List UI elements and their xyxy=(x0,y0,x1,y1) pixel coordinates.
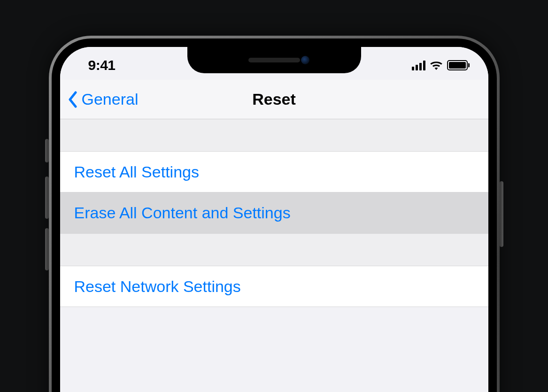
row-label: Erase All Content and Settings xyxy=(74,204,291,222)
speaker-grille xyxy=(248,58,300,62)
volume-down-button xyxy=(45,228,49,270)
group-spacer xyxy=(60,234,488,266)
phone-frame-inner: 9:41 xyxy=(52,38,497,392)
back-label: General xyxy=(82,90,139,108)
mute-switch xyxy=(45,139,49,162)
front-camera xyxy=(301,56,309,64)
reset-network-settings-row[interactable]: Reset Network Settings xyxy=(60,266,488,307)
group-spacer xyxy=(60,119,488,151)
settings-group-0: Reset All Settings Erase All Content and… xyxy=(60,151,488,234)
battery-icon xyxy=(447,60,468,70)
row-label: Reset All Settings xyxy=(74,163,199,181)
back-button[interactable]: General xyxy=(68,90,139,108)
wifi-icon xyxy=(430,60,443,70)
page-title: Reset xyxy=(252,90,296,108)
erase-all-content-row[interactable]: Erase All Content and Settings xyxy=(60,192,488,234)
settings-group-1: Reset Network Settings xyxy=(60,266,488,307)
row-label: Reset Network Settings xyxy=(74,277,241,296)
settings-list: Reset All Settings Erase All Content and… xyxy=(60,119,488,307)
reset-all-settings-row[interactable]: Reset All Settings xyxy=(60,151,488,192)
phone-screen: 9:41 xyxy=(60,47,488,392)
cellular-signal-icon xyxy=(412,61,425,70)
chevron-left-icon xyxy=(68,91,78,108)
status-icons xyxy=(412,60,468,70)
phone-notch xyxy=(187,47,361,73)
power-button xyxy=(500,181,503,247)
phone-frame-outer: 9:41 xyxy=(49,36,500,392)
navigation-bar: General Reset xyxy=(60,80,488,119)
status-time: 9:41 xyxy=(88,57,116,73)
volume-up-button xyxy=(45,177,49,219)
